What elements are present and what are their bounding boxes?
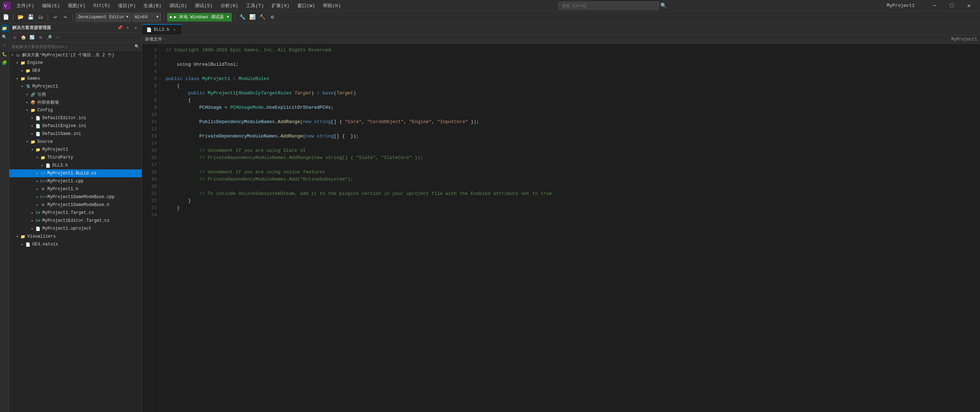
minimize-button[interactable]: ─	[926, 0, 943, 11]
tree-item[interactable]: ▾📁Source	[10, 138, 142, 146]
expand-icon[interactable]: ▸	[19, 69, 25, 73]
panel-menu-button[interactable]: ▾	[124, 25, 131, 31]
tree-item[interactable]: ▾📁MyProject1	[10, 146, 142, 153]
tree-item[interactable]: ▸📄DefaultEditor.ini	[10, 114, 142, 122]
menu-analyze[interactable]: 分析(N)	[217, 1, 242, 10]
play-button[interactable]: ▶ ▶ 本地 Windows 调试器 ▼	[167, 13, 232, 22]
expand-icon[interactable]: ▸	[19, 242, 25, 247]
play-dropdown-arrow[interactable]: ▼	[227, 15, 229, 19]
expand-icon[interactable]: ▸	[35, 195, 40, 199]
side-tab-search[interactable]: 🔍	[1, 33, 9, 41]
menu-window[interactable]: 窗口(W)	[294, 1, 318, 10]
side-tab-explorer[interactable]: 📁	[1, 24, 9, 32]
panel-close-button[interactable]: ✕	[132, 25, 139, 31]
undo-button[interactable]: ↩	[51, 13, 60, 22]
expand-icon[interactable]: ▾	[14, 77, 20, 81]
tree-item[interactable]: ▸C++MyProject1.cpp	[10, 177, 142, 185]
menu-build[interactable]: 生成(B)	[140, 1, 165, 10]
tree-item[interactable]: ▸📄DefaultGame.ini	[10, 130, 142, 138]
tree-item[interactable]: ▸📁UE4	[10, 67, 142, 75]
tree-item[interactable]: ▾📁Engine	[10, 59, 142, 67]
expand-icon[interactable]: ▸	[35, 179, 40, 184]
panel-more-button[interactable]: ⋯	[54, 34, 62, 42]
expand-icon[interactable]: ▸	[29, 227, 35, 231]
tab-close-button[interactable]: ✕	[172, 27, 177, 33]
code-content[interactable]: // Copyright 1998-2019 Epic Games, Inc. …	[160, 44, 980, 412]
expand-icon[interactable]: ▸	[29, 219, 35, 223]
tree-item[interactable]: ▾📁ThirdParty	[10, 153, 142, 161]
code-editor[interactable]: 123456789101112131415161718192021222324 …	[142, 44, 980, 412]
expand-icon[interactable]: ▸	[35, 187, 40, 191]
new-file-button[interactable]: 📄	[2, 13, 10, 22]
menu-file[interactable]: 文件(F)	[13, 1, 38, 10]
tree-item[interactable]: ▸HMyProject1GameModeBase.h	[10, 201, 142, 209]
expand-icon[interactable]: ▸	[35, 203, 40, 207]
menu-extensions[interactable]: 扩展(X)	[268, 1, 293, 10]
tree-item[interactable]: ▾📁Visualizers	[10, 233, 142, 240]
expand-icon[interactable]: ▾	[24, 140, 30, 144]
tree-item[interactable]: ▸📄MyProject1.uproject	[10, 225, 142, 233]
expand-icon[interactable]: ▸	[24, 100, 30, 104]
expand-icon[interactable]: ▸	[29, 116, 35, 120]
tree-item[interactable]: ▸C#MyProject1.Target.cs	[10, 209, 142, 217]
expand-icon[interactable]: ▸	[29, 132, 35, 136]
side-tab-git[interactable]: ⑂	[1, 42, 9, 50]
expand-icon[interactable]: ▾	[29, 147, 35, 152]
platform-dropdown[interactable]: Win64 ▼	[132, 13, 161, 22]
config-dropdown[interactable]: Development Editor ▼	[76, 13, 131, 22]
tree-item[interactable]: ▸C#MyProject1.Build.cs	[10, 169, 142, 177]
side-tab-debug[interactable]: 🐛	[1, 50, 9, 58]
menu-test[interactable]: 测试(S)	[191, 1, 216, 10]
expand-icon[interactable]: ▸	[40, 163, 45, 168]
tree-item[interactable]: ▸HMyProject1.h	[10, 185, 142, 193]
tree-item[interactable]: ▸📄DLL3.h	[10, 161, 142, 169]
menu-help[interactable]: 帮助(H)	[319, 1, 344, 10]
open-file-button[interactable]: 📂	[16, 13, 25, 22]
expand-icon[interactable]: ▾	[10, 53, 15, 57]
tree-item[interactable]: ▾🏗MyProject1	[10, 83, 142, 91]
panel-home-button[interactable]: 🏠	[19, 34, 27, 42]
panel-settings-button[interactable]: ⚙	[37, 34, 45, 42]
panel-pin-button[interactable]: 📌	[116, 25, 123, 31]
toolbar-btn-6[interactable]: 🔧	[238, 13, 247, 22]
toolbar-btn-7[interactable]: 📊	[248, 13, 256, 22]
expand-icon[interactable]: ▾	[24, 108, 30, 112]
close-button[interactable]: ✕	[961, 0, 977, 11]
menu-debug[interactable]: 调试(D)	[166, 1, 191, 10]
tree-item[interactable]: ▸📄DefaultEngine.ini	[10, 122, 142, 130]
tree-item[interactable]: ▸C++MyProject1GameModeBase.cpp	[10, 193, 142, 201]
save-all-button[interactable]: 🗂	[36, 13, 45, 22]
expand-icon[interactable]: ▾	[14, 234, 20, 239]
panel-filter-button[interactable]: 🔎	[45, 34, 53, 42]
panel-refresh-button[interactable]: 🔄	[28, 34, 36, 42]
tree-item[interactable]: ▸📄UE4.natvis	[10, 240, 142, 248]
menu-edit[interactable]: 编辑(E)	[38, 1, 63, 10]
tree-item[interactable]: ▾🗂解决方案'MyProject1'(2 个项目，共 2 个)	[10, 51, 142, 59]
menu-project[interactable]: 项目(P)	[115, 1, 139, 10]
panel-sync-button[interactable]: ↻	[11, 34, 19, 42]
panel-search-input[interactable]	[11, 45, 133, 49]
menu-git[interactable]: Git(G)	[90, 2, 114, 10]
toolbar-btn-8[interactable]: 🔨	[258, 13, 267, 22]
title-search-input[interactable]	[558, 2, 659, 10]
tree-item[interactable]: ▾📁Games	[10, 75, 142, 83]
expand-icon[interactable]: ▸	[29, 124, 35, 128]
menu-view[interactable]: 视图(V)	[64, 1, 89, 10]
editor-tab-dll3h[interactable]: 📄 DLL3.h ✕	[142, 24, 182, 35]
expand-icon[interactable]: ▾	[19, 84, 25, 89]
tree-item[interactable]: ▸📦外部依赖项	[10, 98, 142, 106]
save-button[interactable]: 💾	[26, 13, 35, 22]
tree-item[interactable]: ▾📁Config	[10, 106, 142, 114]
tree-item[interactable]: ▸C#MyProject1Editor.Target.cs	[10, 217, 142, 225]
redo-button[interactable]: ↪	[61, 13, 70, 22]
menu-tools[interactable]: 工具(T)	[242, 1, 267, 10]
side-tab-extensions[interactable]: 🧩	[1, 59, 9, 67]
expand-icon[interactable]: ▾	[35, 155, 40, 160]
expand-icon[interactable]: ▸	[35, 171, 40, 176]
expand-icon[interactable]: ▾	[14, 61, 20, 65]
expand-icon[interactable]: ▸	[29, 211, 35, 215]
toolbar-btn-9[interactable]: ⚙	[268, 13, 277, 22]
expand-icon[interactable]: ▸	[24, 92, 30, 97]
maximize-button[interactable]: □	[943, 0, 960, 11]
tree-item[interactable]: ▸🔗引用	[10, 91, 142, 98]
